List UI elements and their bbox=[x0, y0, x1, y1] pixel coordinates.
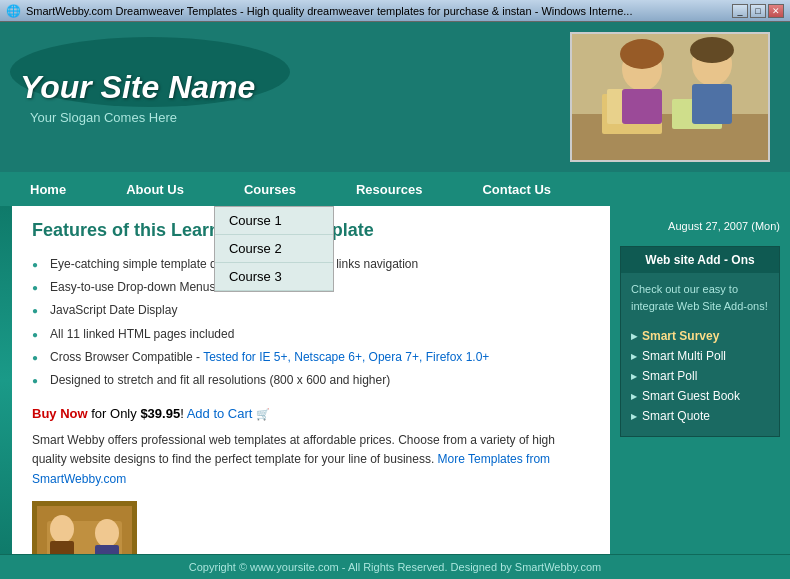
site-name: Your Site Name bbox=[20, 69, 570, 106]
left-accent bbox=[0, 206, 12, 554]
nav-item-contact[interactable]: Contact Us bbox=[452, 172, 581, 206]
maximize-button[interactable]: □ bbox=[750, 4, 766, 18]
nav-item-home[interactable]: Home bbox=[0, 172, 96, 206]
addons-box: Web site Add - Ons Check out our easy to… bbox=[620, 246, 780, 437]
date-display: August 27, 2007 (Mon) bbox=[620, 216, 780, 236]
add-to-cart-link[interactable]: Add to Cart bbox=[187, 406, 253, 421]
buy-only-text: for Only bbox=[91, 406, 140, 421]
buy-now-link[interactable]: Buy Now bbox=[32, 406, 88, 421]
header-image bbox=[570, 32, 770, 162]
svg-rect-11 bbox=[572, 34, 770, 162]
page-wrap: Your Site Name Your Slogan Comes Here bbox=[0, 22, 790, 579]
sidebar: August 27, 2007 (Mon) Web site Add - Ons… bbox=[610, 206, 790, 554]
addon-smart-multi-poll[interactable]: Smart Multi Poll bbox=[631, 346, 769, 366]
header-left: Your Site Name Your Slogan Comes Here bbox=[20, 69, 570, 125]
browser-compat-link[interactable]: Tested for IE 5+, Netscape 6+, Opera 7+,… bbox=[203, 350, 489, 364]
addons-list: Smart Survey Smart Multi Poll Smart Poll… bbox=[621, 322, 779, 436]
dropdown-course2[interactable]: Course 2 bbox=[215, 235, 333, 263]
addon-smart-poll[interactable]: Smart Poll bbox=[631, 366, 769, 386]
window-title: SmartWebby.com Dreamweaver Templates - H… bbox=[26, 5, 732, 17]
description: Smart Webby offers professional web temp… bbox=[32, 431, 590, 489]
footer-text: Copyright © www.yoursite.com - All Right… bbox=[189, 561, 601, 573]
svg-point-15 bbox=[50, 515, 74, 543]
svg-rect-16 bbox=[50, 541, 74, 554]
title-bar: 🌐 SmartWebby.com Dreamweaver Templates -… bbox=[0, 0, 790, 22]
addon-smart-quote[interactable]: Smart Quote bbox=[631, 406, 769, 426]
addon-smart-guest-book[interactable]: Smart Guest Book bbox=[631, 386, 769, 406]
content-wrap: Features of this Learning/Kids Template … bbox=[0, 206, 790, 554]
minimize-button[interactable]: _ bbox=[732, 4, 748, 18]
nav-item-about[interactable]: About Us bbox=[96, 172, 214, 206]
feature-item-3: JavaScript Date Display bbox=[32, 299, 590, 322]
dropdown-course3[interactable]: Course 3 bbox=[215, 263, 333, 291]
addon-smart-survey[interactable]: Smart Survey bbox=[631, 326, 769, 346]
svg-rect-18 bbox=[95, 545, 119, 554]
nav-item-courses[interactable]: Courses Course 1 Course 2 Course 3 bbox=[214, 172, 326, 206]
price-text: $39.95 bbox=[140, 406, 180, 421]
feature-item-6: Designed to stretch and fit all resoluti… bbox=[32, 369, 590, 392]
addons-desc: Check out our easy to integrate Web Site… bbox=[621, 273, 779, 322]
addons-header: Web site Add - Ons bbox=[621, 247, 779, 273]
nav-item-resources[interactable]: Resources bbox=[326, 172, 452, 206]
nav: Home About Us Courses Course 1 Course 2 … bbox=[0, 172, 790, 206]
dropdown-course1[interactable]: Course 1 bbox=[215, 207, 333, 235]
browser-icon: 🌐 bbox=[6, 4, 21, 18]
cart-icon: 🛒 bbox=[256, 408, 270, 420]
buy-section: Buy Now for Only $39.95! Add to Cart 🛒 bbox=[32, 406, 590, 421]
courses-dropdown: Course 1 Course 2 Course 3 bbox=[214, 206, 334, 292]
header: Your Site Name Your Slogan Comes Here bbox=[0, 22, 790, 172]
feature-item-4: All 11 linked HTML pages included bbox=[32, 323, 590, 346]
feature-item-5: Cross Browser Compatible - Tested for IE… bbox=[32, 346, 590, 369]
footer: Copyright © www.yoursite.com - All Right… bbox=[0, 554, 790, 579]
svg-point-17 bbox=[95, 519, 119, 547]
close-button[interactable]: ✕ bbox=[768, 4, 784, 18]
bottom-image: www.heritagechr... bbox=[32, 501, 137, 554]
site-slogan: Your Slogan Comes Here bbox=[30, 110, 570, 125]
